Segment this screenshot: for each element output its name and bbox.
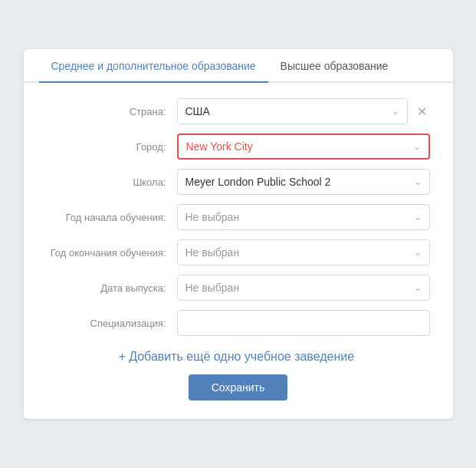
plus-icon: + [119,350,126,363]
school-value: Meyer London Public School 2 [185,176,408,188]
specialization-row: Специализация: [47,310,430,336]
chevron-down-icon: ⌄ [414,176,422,187]
close-icon[interactable]: ✕ [414,104,430,119]
education-card: Среднее и дополнительное образование Выс… [24,49,453,419]
city-control: New York City ⌄ [177,133,430,160]
tab-secondary[interactable]: Среднее и дополнительное образование [39,49,268,83]
specialization-input[interactable] [177,310,430,336]
country-dropdown[interactable]: США ⌄ [177,98,408,124]
start-year-value: Не выбран [185,211,408,223]
city-value: New York City [186,140,407,153]
graduation-date-row: Дата выпуска: Не выбран ⌄ [47,275,430,301]
graduation-date-value: Не выбран [185,282,408,294]
tabs-container: Среднее и дополнительное образование Выс… [24,49,453,83]
start-year-control: Не выбран ⌄ [177,204,430,230]
country-row: Страна: США ⌄ ✕ [47,98,430,124]
tab-higher[interactable]: Высшее образование [268,49,401,83]
school-control: Meyer London Public School 2 ⌄ [177,169,430,195]
chevron-down-icon: ⌄ [413,141,421,152]
school-dropdown[interactable]: Meyer London Public School 2 ⌄ [177,169,430,195]
specialization-label: Специализация: [47,318,177,329]
specialization-control [177,310,430,336]
country-control: США ⌄ ✕ [177,98,430,124]
add-school-label: Добавить ещё одно учебное заведение [129,350,354,363]
start-year-dropdown[interactable]: Не выбран ⌄ [177,204,430,230]
city-label: Город: [47,141,177,153]
country-value: США [185,105,386,117]
chevron-down-icon: ⌄ [414,212,422,222]
form-body: Страна: США ⌄ ✕ Город: New York City ⌄ Ш… [24,98,453,400]
end-year-dropdown[interactable]: Не выбран ⌄ [177,239,430,265]
country-label: Страна: [47,106,177,117]
graduation-date-label: Дата выпуска: [47,282,177,294]
end-year-row: Год окончания обучения: Не выбран ⌄ [47,239,430,265]
save-button-row: Сохранить [47,374,430,400]
start-year-row: Год начала обучения: Не выбран ⌄ [47,204,430,230]
chevron-down-icon: ⌄ [392,106,399,117]
start-year-label: Год начала обучения: [47,212,177,223]
chevron-down-icon: ⌄ [414,282,422,293]
city-dropdown[interactable]: New York City ⌄ [177,133,430,160]
end-year-label: Год окончания обучения: [47,247,177,259]
school-label: Школа: [47,176,177,188]
chevron-down-icon: ⌄ [414,247,422,258]
add-school-link[interactable]: +Добавить ещё одно учебное заведение [47,350,430,364]
graduation-date-dropdown[interactable]: Не выбран ⌄ [177,275,430,301]
end-year-value: Не выбран [185,246,408,259]
save-button[interactable]: Сохранить [189,374,288,400]
school-row: Школа: Meyer London Public School 2 ⌄ [47,169,430,195]
graduation-date-control: Не выбран ⌄ [177,275,430,301]
end-year-control: Не выбран ⌄ [177,239,430,265]
city-row: Город: New York City ⌄ [47,133,430,160]
